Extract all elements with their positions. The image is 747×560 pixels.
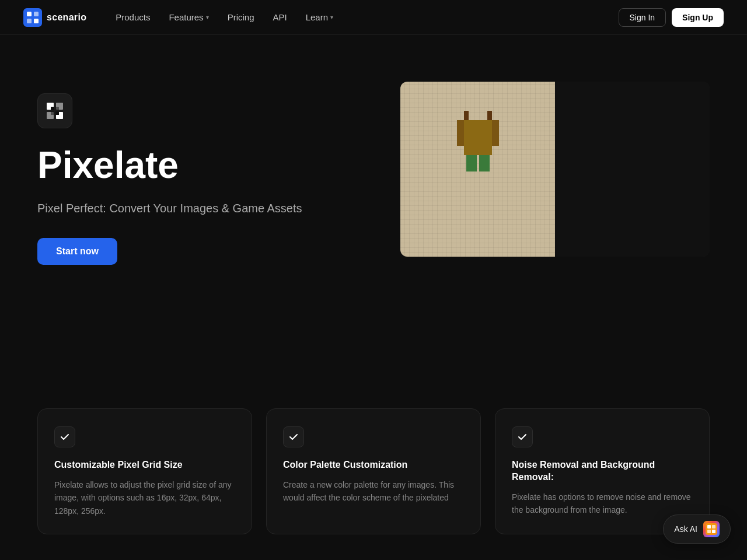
char-horns (464, 111, 492, 120)
feature-desc-1: Create a new color palette for any image… (283, 478, 464, 505)
svg-rect-13 (706, 523, 717, 535)
hero-section: Pixelate Pixel Perfect: Convert Your Ima… (0, 35, 747, 373)
pixel-art-half (400, 82, 555, 257)
logo-text: scenario (47, 12, 86, 23)
horn-right (487, 111, 492, 120)
svg-rect-0 (23, 8, 42, 27)
check-icon (288, 432, 299, 442)
nav-products[interactable]: Products (107, 9, 158, 26)
horn-left (464, 111, 469, 120)
ask-ai-logo (703, 521, 720, 537)
arm-right (492, 120, 499, 146)
pixelate-icon (46, 102, 64, 120)
signup-button[interactable]: Sign Up (672, 8, 724, 27)
feature-title-0: Customizable Pixel Grid Size (54, 459, 235, 471)
svg-rect-1 (27, 12, 32, 16)
feature-desc-0: Pixelate allows to adjust the pixel grid… (54, 478, 235, 517)
feature-title-1: Color Palette Customization (283, 459, 464, 471)
feature-check-icon-0 (54, 426, 75, 447)
nav-pricing[interactable]: Pricing (219, 9, 263, 26)
nav-api[interactable]: API (264, 9, 295, 26)
feature-check-icon-2 (512, 426, 533, 447)
svg-rect-17 (712, 530, 715, 533)
ask-ai-label: Ask AI (674, 524, 697, 534)
feature-card-1: Color Palette Customization Create a new… (266, 408, 481, 534)
svg-rect-11 (51, 111, 54, 115)
nav-links: Products Features ▾ Pricing API Learn ▾ (107, 9, 618, 26)
svg-rect-2 (34, 12, 39, 16)
hero-right (399, 82, 710, 257)
svg-rect-10 (55, 107, 59, 110)
navigation: scenario Products Features ▾ Pricing API… (0, 0, 747, 35)
feature-title-2: Noise Removal and Background Removal: (512, 459, 693, 484)
char-arms (457, 120, 499, 146)
hero-image-inner (400, 82, 710, 257)
svg-rect-9 (51, 107, 54, 110)
char-torso (457, 120, 499, 146)
hero-left: Pixelate Pixel Perfect: Convert Your Ima… (37, 82, 376, 265)
ask-ai-button[interactable]: Ask AI (663, 514, 731, 544)
logo[interactable]: scenario (23, 8, 86, 27)
feature-desc-2: Pixelate has options to remove noise and… (512, 491, 693, 517)
features-section: Customizable Pixel Grid Size Pixelate al… (0, 373, 747, 560)
check-icon (60, 432, 70, 442)
chevron-down-icon: ▾ (330, 14, 333, 20)
svg-rect-15 (712, 525, 715, 528)
pixel-character (455, 111, 501, 228)
feature-check-icon-1 (283, 426, 304, 447)
hero-subtitle: Pixel Perfect: Convert Your Images & Gam… (37, 200, 329, 217)
signin-button[interactable]: Sign In (619, 8, 666, 27)
svg-rect-4 (34, 19, 39, 23)
svg-rect-14 (707, 525, 711, 528)
scenario-icon (706, 523, 717, 535)
chevron-down-icon: ▾ (206, 14, 209, 20)
arm-left (457, 120, 464, 146)
feature-card-0: Customizable Pixel Grid Size Pixelate al… (37, 408, 252, 534)
nav-learn[interactable]: Learn ▾ (298, 9, 341, 26)
page-title: Pixelate (37, 145, 376, 186)
dark-half (555, 82, 710, 257)
svg-rect-3 (27, 19, 32, 23)
hero-image (400, 82, 710, 257)
start-now-button[interactable]: Start now (37, 238, 117, 265)
svg-rect-16 (707, 530, 711, 533)
hero-product-icon (37, 93, 72, 128)
svg-rect-12 (55, 111, 59, 115)
check-icon (517, 432, 528, 442)
nav-features[interactable]: Features ▾ (160, 9, 217, 26)
nav-actions: Sign In Sign Up (619, 8, 724, 27)
